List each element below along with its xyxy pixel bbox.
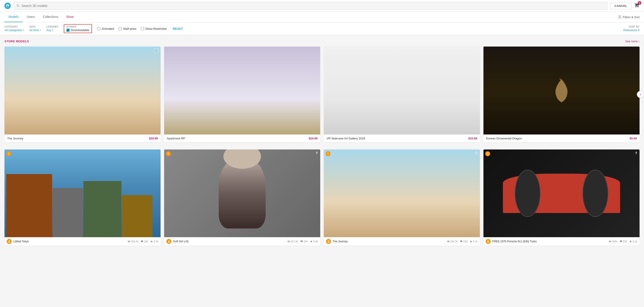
licenses-filter: LICENSES Any ▾	[46, 26, 58, 32]
date-value[interactable]: All time ▾	[29, 29, 41, 32]
comments-scifi: 204	[300, 240, 308, 243]
comments-tokyo: 180	[141, 240, 148, 243]
licenses-label: LICENSES	[46, 26, 58, 28]
logo[interactable]	[4, 3, 11, 9]
community-meta-porsche: FREE 1975 Porsche 911 (930) Turbo 508k 2…	[492, 240, 637, 243]
store-card-dragon[interactable]: Korean Ornamental Dragon $5.00	[484, 47, 640, 142]
search-input[interactable]	[22, 4, 605, 8]
community-name-porsche: FREE 1975 Porsche 911 (930) Turbo	[492, 240, 537, 243]
community-info-journey2: The Journey 269.7k 230 5.7k	[324, 237, 480, 246]
store-price-journey: $29.99	[149, 137, 158, 140]
header: CANCEL 2	[0, 0, 644, 12]
tab-users[interactable]: Users	[22, 12, 39, 22]
community-grid: S Littlest Tokyo 395.4k	[4, 149, 640, 246]
filters-sort-button[interactable]: Filters & Sort	[618, 15, 640, 19]
community-card-journey2[interactable]: S The Journey 269.7k	[324, 149, 480, 246]
store-model-grid: The Journey $29.99 Apartment RP $24.99 V…	[4, 47, 640, 142]
category-label: CATEGORY	[4, 26, 24, 28]
community-name-tokyo: Littlest Tokyo	[14, 240, 29, 243]
download-icon-porsche	[634, 151, 638, 155]
community-stats-journey2: 269.7k 230 5.7k	[447, 240, 478, 243]
author-avatar-tokyo	[7, 239, 12, 244]
filter-bar: CATEGORY All categories ▾ DATE All time …	[0, 22, 644, 35]
store-thumb-journey	[4, 47, 160, 134]
search-bar[interactable]	[14, 2, 608, 10]
comments-journey2: 230	[460, 240, 467, 243]
show-restricted-input[interactable]	[141, 27, 144, 30]
community-stats-tokyo: 395.4k 180 6.9k	[128, 240, 158, 243]
community-card-porsche[interactable]: S FREE 1975 Porsche 911 (930) Turbo 508k	[484, 149, 640, 246]
community-card-tokyo[interactable]: S Littlest Tokyo 395.4k	[4, 149, 160, 246]
tab-collections[interactable]: Collections	[39, 12, 62, 22]
likes-porsche: 5.1k	[629, 240, 637, 243]
animated-input[interactable]	[97, 27, 100, 30]
author-avatar-scifi	[166, 239, 171, 244]
sketchfab-logo-icon	[4, 3, 11, 9]
eye-icon-scifi	[287, 240, 290, 243]
store-price-dragon: $5.00	[630, 137, 637, 140]
downloadable-label: Downloadable	[71, 29, 89, 32]
comments-porsche: 220	[620, 240, 627, 243]
store-thumb-dragon	[484, 47, 640, 134]
date-chevron-icon: ▾	[40, 29, 41, 31]
cancel-button[interactable]: CANCEL	[610, 3, 632, 9]
eye-icon-journey2	[447, 240, 450, 243]
staff-picks-label: Staff picks	[123, 27, 136, 31]
category-filter: CATEGORY All categories ▾	[4, 26, 24, 32]
sort-by-value[interactable]: Relevance ▾	[624, 29, 640, 32]
staff-picks-input[interactable]	[118, 27, 122, 30]
store-price-gallery: $10.99	[468, 137, 477, 140]
store-thumb-apartment	[164, 47, 320, 134]
animated-checkbox[interactable]: Animated	[97, 27, 114, 31]
downloadable-checkbox[interactable]: Downloadable	[66, 29, 89, 32]
star-icon-scifi	[310, 240, 312, 243]
store-price-apartment: $24.99	[308, 137, 318, 140]
carousel-next-arrow[interactable]: ›	[637, 91, 644, 98]
comment-icon-scifi	[300, 240, 303, 243]
licenses-value[interactable]: Any ▾	[46, 29, 58, 32]
store-info-journey: The Journey $29.99	[4, 134, 160, 142]
comment-icon-journey2	[460, 240, 463, 243]
downloadable-input[interactable]	[66, 29, 70, 32]
show-restricted-checkbox[interactable]: Show Restricted	[141, 27, 166, 31]
community-card-scifi[interactable]: S Scifi Girl v.01 427.9k	[164, 149, 320, 246]
date-filter: DATE All time ▾	[29, 26, 41, 32]
sort-chevron-icon: ▾	[638, 29, 640, 32]
store-card-apartment[interactable]: Apartment RP $24.99	[164, 47, 320, 142]
sort-by-label: SORT BY	[629, 26, 640, 28]
community-thumb-journey2: S	[324, 149, 480, 237]
store-info-gallery: VR Staircase Art Gallery 2018 $10.99	[324, 134, 480, 142]
store-card-gallery[interactable]: VR Staircase Art Gallery 2018 $10.99	[324, 47, 480, 142]
community-meta-journey2: The Journey 269.7k 230 5.7k	[333, 240, 478, 243]
cart-icon[interactable]: 2	[634, 3, 640, 9]
reset-button[interactable]: RESET	[173, 27, 183, 31]
store-name-dragon: Korean Ornamental Dragon	[486, 137, 522, 140]
others-label: OTHERS	[66, 26, 89, 28]
search-icon	[16, 4, 20, 8]
store-section-title: STORE MODELS	[4, 40, 29, 43]
community-info-scifi: Scifi Girl v.01 427.9k 204 6.6k	[164, 237, 320, 246]
store-section-header: STORE MODELS See more ›	[4, 40, 640, 43]
store-name-apartment: Apartment RP	[167, 137, 185, 140]
filters-sort-label: Filters & Sort	[623, 16, 640, 19]
tab-models[interactable]: Models	[4, 12, 22, 22]
store-card-journey[interactable]: The Journey $29.99	[4, 47, 160, 142]
community-thumb-scifi: S	[164, 149, 320, 237]
community-info-tokyo: Littlest Tokyo 395.4k 180 6.9k	[4, 237, 160, 246]
author-avatar-journey2	[326, 239, 331, 244]
staff-picks-checkbox[interactable]: Staff picks	[118, 27, 136, 31]
community-meta-scifi: Scifi Girl v.01 427.9k 204 6.6k	[173, 240, 318, 243]
views-porsche: 508k	[609, 240, 618, 243]
store-see-more[interactable]: See more ›	[625, 40, 640, 43]
nav-tabs: Models Users Collections Store Filters &…	[0, 12, 644, 22]
store-badge-journey2: S	[326, 151, 330, 156]
date-label: DATE	[29, 26, 41, 28]
tab-store[interactable]: Store	[62, 12, 78, 22]
author-avatar-porsche	[486, 239, 490, 244]
show-restricted-label: Show Restricted	[145, 27, 166, 31]
comment-icon-porsche	[620, 240, 622, 243]
views-tokyo: 395.4k	[128, 240, 138, 243]
comment-icon	[141, 240, 143, 243]
store-info-dragon: Korean Ornamental Dragon $5.00	[484, 134, 640, 142]
category-value[interactable]: All categories ▾	[4, 29, 24, 32]
